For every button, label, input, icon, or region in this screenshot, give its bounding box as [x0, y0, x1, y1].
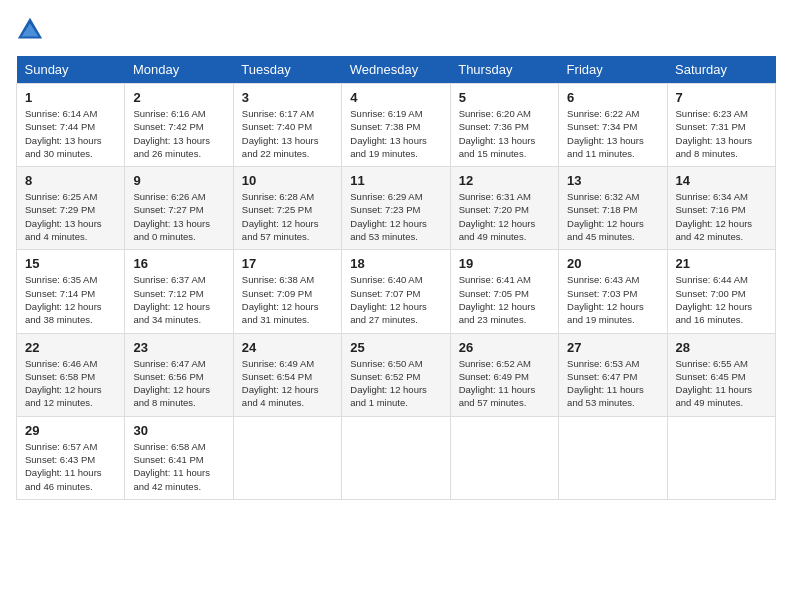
- calendar-cell: 26 Sunrise: 6:52 AM Sunset: 6:49 PM Dayl…: [450, 333, 558, 416]
- day-info: Sunrise: 6:53 AM Sunset: 6:47 PM Dayligh…: [567, 357, 658, 410]
- day-info: Sunrise: 6:38 AM Sunset: 7:09 PM Dayligh…: [242, 273, 333, 326]
- day-info: Sunrise: 6:46 AM Sunset: 6:58 PM Dayligh…: [25, 357, 116, 410]
- calendar-cell: 9 Sunrise: 6:26 AM Sunset: 7:27 PM Dayli…: [125, 167, 233, 250]
- calendar-header-saturday: Saturday: [667, 56, 775, 84]
- calendar-header-tuesday: Tuesday: [233, 56, 341, 84]
- calendar-cell: 29 Sunrise: 6:57 AM Sunset: 6:43 PM Dayl…: [17, 416, 125, 499]
- day-info: Sunrise: 6:16 AM Sunset: 7:42 PM Dayligh…: [133, 107, 224, 160]
- calendar-cell: 1 Sunrise: 6:14 AM Sunset: 7:44 PM Dayli…: [17, 84, 125, 167]
- day-number: 19: [459, 256, 550, 271]
- calendar-cell: 19 Sunrise: 6:41 AM Sunset: 7:05 PM Dayl…: [450, 250, 558, 333]
- day-info: Sunrise: 6:40 AM Sunset: 7:07 PM Dayligh…: [350, 273, 441, 326]
- logo-icon: [16, 16, 44, 44]
- calendar-cell: 13 Sunrise: 6:32 AM Sunset: 7:18 PM Dayl…: [559, 167, 667, 250]
- calendar-cell: 11 Sunrise: 6:29 AM Sunset: 7:23 PM Dayl…: [342, 167, 450, 250]
- day-number: 14: [676, 173, 767, 188]
- calendar-cell: 17 Sunrise: 6:38 AM Sunset: 7:09 PM Dayl…: [233, 250, 341, 333]
- calendar-week-row: 29 Sunrise: 6:57 AM Sunset: 6:43 PM Dayl…: [17, 416, 776, 499]
- day-number: 17: [242, 256, 333, 271]
- day-info: Sunrise: 6:55 AM Sunset: 6:45 PM Dayligh…: [676, 357, 767, 410]
- calendar-cell: 12 Sunrise: 6:31 AM Sunset: 7:20 PM Dayl…: [450, 167, 558, 250]
- day-number: 13: [567, 173, 658, 188]
- day-number: 18: [350, 256, 441, 271]
- day-info: Sunrise: 6:47 AM Sunset: 6:56 PM Dayligh…: [133, 357, 224, 410]
- day-number: 3: [242, 90, 333, 105]
- day-info: Sunrise: 6:26 AM Sunset: 7:27 PM Dayligh…: [133, 190, 224, 243]
- day-number: 4: [350, 90, 441, 105]
- day-info: Sunrise: 6:17 AM Sunset: 7:40 PM Dayligh…: [242, 107, 333, 160]
- calendar-cell: [233, 416, 341, 499]
- day-number: 20: [567, 256, 658, 271]
- day-number: 10: [242, 173, 333, 188]
- calendar-cell: 27 Sunrise: 6:53 AM Sunset: 6:47 PM Dayl…: [559, 333, 667, 416]
- calendar-cell: 20 Sunrise: 6:43 AM Sunset: 7:03 PM Dayl…: [559, 250, 667, 333]
- day-number: 30: [133, 423, 224, 438]
- calendar-cell: 30 Sunrise: 6:58 AM Sunset: 6:41 PM Dayl…: [125, 416, 233, 499]
- calendar-cell: 18 Sunrise: 6:40 AM Sunset: 7:07 PM Dayl…: [342, 250, 450, 333]
- day-info: Sunrise: 6:57 AM Sunset: 6:43 PM Dayligh…: [25, 440, 116, 493]
- day-info: Sunrise: 6:20 AM Sunset: 7:36 PM Dayligh…: [459, 107, 550, 160]
- day-info: Sunrise: 6:22 AM Sunset: 7:34 PM Dayligh…: [567, 107, 658, 160]
- day-info: Sunrise: 6:23 AM Sunset: 7:31 PM Dayligh…: [676, 107, 767, 160]
- calendar-week-row: 22 Sunrise: 6:46 AM Sunset: 6:58 PM Dayl…: [17, 333, 776, 416]
- day-info: Sunrise: 6:43 AM Sunset: 7:03 PM Dayligh…: [567, 273, 658, 326]
- calendar-cell: 7 Sunrise: 6:23 AM Sunset: 7:31 PM Dayli…: [667, 84, 775, 167]
- day-number: 9: [133, 173, 224, 188]
- calendar-header-thursday: Thursday: [450, 56, 558, 84]
- day-info: Sunrise: 6:25 AM Sunset: 7:29 PM Dayligh…: [25, 190, 116, 243]
- calendar-week-row: 1 Sunrise: 6:14 AM Sunset: 7:44 PM Dayli…: [17, 84, 776, 167]
- day-info: Sunrise: 6:34 AM Sunset: 7:16 PM Dayligh…: [676, 190, 767, 243]
- calendar-cell: 4 Sunrise: 6:19 AM Sunset: 7:38 PM Dayli…: [342, 84, 450, 167]
- calendar-cell: 3 Sunrise: 6:17 AM Sunset: 7:40 PM Dayli…: [233, 84, 341, 167]
- calendar-cell: 25 Sunrise: 6:50 AM Sunset: 6:52 PM Dayl…: [342, 333, 450, 416]
- day-number: 28: [676, 340, 767, 355]
- calendar-header-wednesday: Wednesday: [342, 56, 450, 84]
- day-info: Sunrise: 6:29 AM Sunset: 7:23 PM Dayligh…: [350, 190, 441, 243]
- day-number: 22: [25, 340, 116, 355]
- day-info: Sunrise: 6:14 AM Sunset: 7:44 PM Dayligh…: [25, 107, 116, 160]
- day-number: 26: [459, 340, 550, 355]
- day-number: 29: [25, 423, 116, 438]
- calendar-cell: 16 Sunrise: 6:37 AM Sunset: 7:12 PM Dayl…: [125, 250, 233, 333]
- day-number: 6: [567, 90, 658, 105]
- calendar-cell: 23 Sunrise: 6:47 AM Sunset: 6:56 PM Dayl…: [125, 333, 233, 416]
- day-number: 15: [25, 256, 116, 271]
- day-info: Sunrise: 6:35 AM Sunset: 7:14 PM Dayligh…: [25, 273, 116, 326]
- day-number: 12: [459, 173, 550, 188]
- calendar-cell: 5 Sunrise: 6:20 AM Sunset: 7:36 PM Dayli…: [450, 84, 558, 167]
- day-number: 21: [676, 256, 767, 271]
- day-number: 25: [350, 340, 441, 355]
- day-number: 16: [133, 256, 224, 271]
- day-info: Sunrise: 6:44 AM Sunset: 7:00 PM Dayligh…: [676, 273, 767, 326]
- day-info: Sunrise: 6:32 AM Sunset: 7:18 PM Dayligh…: [567, 190, 658, 243]
- page-header: [16, 16, 776, 44]
- day-info: Sunrise: 6:28 AM Sunset: 7:25 PM Dayligh…: [242, 190, 333, 243]
- calendar-header-row: SundayMondayTuesdayWednesdayThursdayFrid…: [17, 56, 776, 84]
- calendar-cell: [450, 416, 558, 499]
- day-number: 27: [567, 340, 658, 355]
- day-number: 2: [133, 90, 224, 105]
- day-info: Sunrise: 6:58 AM Sunset: 6:41 PM Dayligh…: [133, 440, 224, 493]
- logo: [16, 16, 50, 44]
- calendar-cell: 2 Sunrise: 6:16 AM Sunset: 7:42 PM Dayli…: [125, 84, 233, 167]
- calendar-cell: 14 Sunrise: 6:34 AM Sunset: 7:16 PM Dayl…: [667, 167, 775, 250]
- day-info: Sunrise: 6:31 AM Sunset: 7:20 PM Dayligh…: [459, 190, 550, 243]
- calendar-cell: 6 Sunrise: 6:22 AM Sunset: 7:34 PM Dayli…: [559, 84, 667, 167]
- day-number: 8: [25, 173, 116, 188]
- calendar-cell: 28 Sunrise: 6:55 AM Sunset: 6:45 PM Dayl…: [667, 333, 775, 416]
- day-number: 24: [242, 340, 333, 355]
- day-number: 23: [133, 340, 224, 355]
- calendar-cell: [559, 416, 667, 499]
- day-info: Sunrise: 6:50 AM Sunset: 6:52 PM Dayligh…: [350, 357, 441, 410]
- calendar-cell: 24 Sunrise: 6:49 AM Sunset: 6:54 PM Dayl…: [233, 333, 341, 416]
- calendar-header-sunday: Sunday: [17, 56, 125, 84]
- calendar-cell: 8 Sunrise: 6:25 AM Sunset: 7:29 PM Dayli…: [17, 167, 125, 250]
- day-number: 1: [25, 90, 116, 105]
- calendar-cell: 10 Sunrise: 6:28 AM Sunset: 7:25 PM Dayl…: [233, 167, 341, 250]
- calendar-table: SundayMondayTuesdayWednesdayThursdayFrid…: [16, 56, 776, 500]
- calendar-cell: [667, 416, 775, 499]
- calendar-header-monday: Monday: [125, 56, 233, 84]
- day-number: 11: [350, 173, 441, 188]
- calendar-header-friday: Friday: [559, 56, 667, 84]
- day-info: Sunrise: 6:49 AM Sunset: 6:54 PM Dayligh…: [242, 357, 333, 410]
